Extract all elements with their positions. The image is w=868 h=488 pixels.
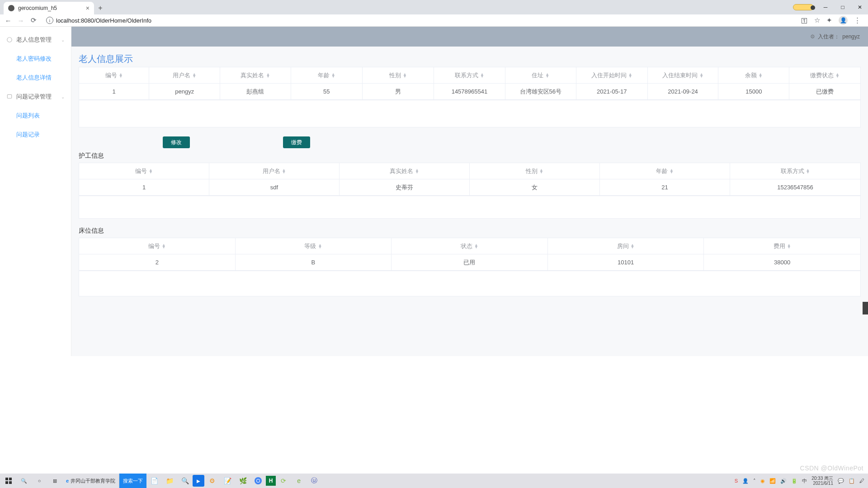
window-controls: ─ □ ✕ (793, 0, 868, 14)
back-button[interactable]: ← (4, 16, 13, 25)
forward-button[interactable]: → (16, 16, 25, 25)
star-icon[interactable]: ☆ (814, 16, 820, 24)
url-text: localhost:8080/OlderHome/OlderInfo (56, 17, 151, 24)
menu-icon[interactable]: ⋮ (854, 16, 861, 24)
site-info-icon[interactable]: i (46, 17, 53, 24)
tab-favicon-icon (8, 5, 14, 11)
address-bar: ← → ⟳ i localhost:8080/OlderHome/OlderIn… (0, 14, 868, 27)
tab-strip: gerocomium_h5 × + ─ □ ✕ (0, 0, 868, 14)
tab-title: gerocomium_h5 (18, 5, 82, 11)
key-icon[interactable]: ⚿ (801, 17, 808, 24)
address-icons: ⚿ ☆ ✦ 👤 ⋮ (801, 16, 864, 25)
tab-close-icon[interactable]: × (86, 5, 90, 12)
browser-tab[interactable]: gerocomium_h5 × (4, 2, 94, 14)
maximize-button[interactable]: □ (835, 2, 851, 13)
reload-button[interactable]: ⟳ (29, 16, 38, 25)
browser-chrome: gerocomium_h5 × + ─ □ ✕ ← → ⟳ i localhos… (0, 0, 868, 27)
profile-avatar-icon[interactable]: 👤 (839, 16, 848, 25)
extensions-icon[interactable]: ✦ (826, 16, 832, 24)
saved-passwords-pill[interactable] (793, 4, 814, 10)
url-field[interactable]: i localhost:8080/OlderHome/OlderInfo (42, 15, 797, 25)
minimize-button[interactable]: ─ (817, 2, 834, 13)
close-window-button[interactable]: ✕ (852, 2, 868, 13)
new-tab-button[interactable]: + (94, 2, 107, 14)
